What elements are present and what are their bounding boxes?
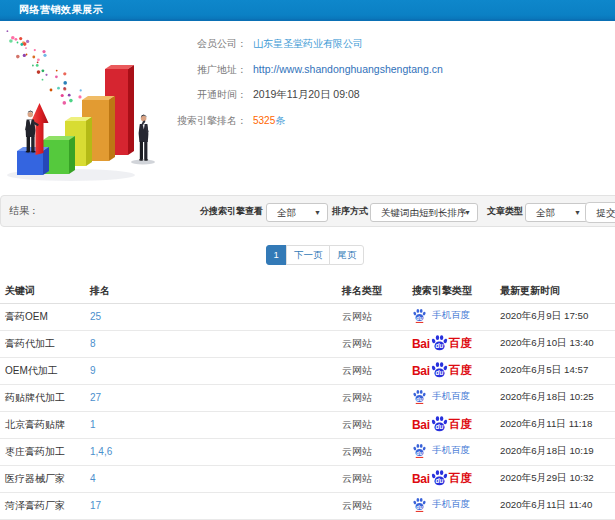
results-table: 关键词 排名 排名类型 搜索引擎类型 最新更新时间 膏药OEM 25 云网站 <box>0 277 615 520</box>
baidu-paw-icon: du <box>431 469 448 486</box>
engine-cell: du 手机百度 du <box>407 492 495 519</box>
chevron-down-icon: ▼ <box>314 204 321 221</box>
baidu-logo: Bai du 百度 <box>412 362 472 379</box>
rank-type-cell: 云网站 <box>337 411 407 438</box>
page-title: 网络营销效果展示 <box>19 0 103 19</box>
mobile-baidu-badge: du 手机百度 <box>412 389 470 404</box>
last-page-button[interactable]: 尾页 <box>329 245 364 265</box>
next-page-button[interactable]: 下一页 <box>286 245 331 265</box>
baidu-logo-bai: Bai <box>412 337 430 351</box>
article-type-select[interactable]: 全部 ▼ <box>525 203 588 222</box>
submit-button[interactable]: 提交 <box>585 202 615 223</box>
rank-link[interactable]: 17 <box>90 500 101 511</box>
mobile-baidu-icon: du <box>412 497 427 512</box>
rank-link[interactable]: 8 <box>90 338 96 349</box>
updated-cell: 2020年6月10日 13:40 <box>495 330 615 357</box>
col-rank-type: 排名类型 <box>337 277 407 303</box>
engine-label: 手机百度 <box>432 498 470 511</box>
baidu-logo: Bai du 百度 <box>412 416 472 433</box>
table-row: 北京膏药贴牌 1 云网站 du Bai <box>0 411 615 438</box>
updated-cell: 2020年6月9日 17:50 <box>495 303 615 330</box>
engine-filter-select[interactable]: 全部 ▼ <box>266 203 328 222</box>
keyword-cell: 北京膏药贴牌 <box>0 411 85 438</box>
col-updated: 最新更新时间 <box>495 277 615 303</box>
svg-text:du: du <box>416 504 423 510</box>
updated-cell: 2020年6月5日 14:57 <box>495 357 615 384</box>
keyword-cell: 药贴牌代加工 <box>0 384 85 411</box>
page: 网络营销效果展示 <box>0 0 615 520</box>
rank-link[interactable]: 9 <box>90 365 96 376</box>
table-row: 膏药代加工 8 云网站 du Bai <box>0 330 615 357</box>
rank-cell: 4 <box>85 465 337 492</box>
page-1-button[interactable]: 1 <box>266 245 287 265</box>
col-rank: 排名 <box>85 277 337 303</box>
svg-text:du: du <box>435 369 443 376</box>
titlebar: 网络营销效果展示 <box>0 0 615 21</box>
rank-link[interactable]: 1 <box>90 419 96 430</box>
engine-cell: du Bai du 百度 <box>407 330 495 357</box>
svg-text:du: du <box>416 396 423 402</box>
updated-cell: 2020年5月29日 10:32 <box>495 465 615 492</box>
svg-text:du: du <box>435 423 443 430</box>
engine-rank-value[interactable]: 5325条 <box>253 115 285 126</box>
baidu-logo-bai: Bai <box>412 418 430 432</box>
rank-cell: 1 <box>85 411 337 438</box>
table-row: OEM代加工 9 云网站 du Bai <box>0 357 615 384</box>
result-label: 结果： <box>9 196 39 226</box>
rank-cell: 9 <box>85 357 337 384</box>
chevron-down-icon: ▼ <box>574 204 581 221</box>
table-row: 膏药OEM 25 云网站 du 手机百度 <box>0 303 615 330</box>
engine-cell: du 手机百度 du <box>407 384 495 411</box>
table-row: 医疗器械厂家 4 云网站 du Bai <box>0 465 615 492</box>
pagination: 1下一页尾页 <box>0 245 615 265</box>
rank-type-cell: 云网站 <box>337 303 407 330</box>
mobile-baidu-icon: du <box>412 389 427 404</box>
rank-cell: 1,4,6 <box>85 438 337 465</box>
table-header-row: 关键词 排名 排名类型 搜索引擎类型 最新更新时间 <box>0 277 615 303</box>
promo-url-link[interactable]: http://www.shandonghuangshengtang.cn <box>253 63 443 75</box>
filter-bar: 结果： 分搜索引擎查看 全部 ▼ 排序方式 关键词由短到长排序 ▼ 文章类型 全… <box>0 195 615 227</box>
rank-link[interactable]: 4 <box>90 473 96 484</box>
updated-cell: 2020年6月11日 11:18 <box>495 411 615 438</box>
engine-cell: du Bai du 百度 <box>407 465 495 492</box>
svg-text:du: du <box>435 342 443 349</box>
sort-select[interactable]: 关键词由短到长排序 ▼ <box>370 203 478 222</box>
keyword-cell: OEM代加工 <box>0 357 85 384</box>
rank-type-cell: 云网站 <box>337 357 407 384</box>
open-time-value: 2019年11月20日 09:08 <box>253 88 360 100</box>
baidu-logo-cn: 百度 <box>449 363 472 378</box>
baidu-logo-bai: Bai <box>412 472 430 486</box>
table-row: 菏泽膏药厂家 17 云网站 du 手机百度 <box>0 492 615 519</box>
engine-cell: du 手机百度 du <box>407 438 495 465</box>
rank-link[interactable]: 1,4,6 <box>90 446 112 457</box>
updated-cell: 2020年6月18日 10:19 <box>495 438 615 465</box>
mobile-baidu-badge: du 手机百度 <box>412 308 470 323</box>
info-row-url: 推广地址：http://www.shandonghuangshengtang.c… <box>0 55 443 81</box>
rank-link[interactable]: 25 <box>90 311 101 322</box>
rank-cell: 27 <box>85 384 337 411</box>
company-link[interactable]: 山东皇圣堂药业有限公司 <box>253 38 363 49</box>
mobile-baidu-badge: du 手机百度 <box>412 497 470 512</box>
rank-type-cell: 云网站 <box>337 384 407 411</box>
engine-label: 手机百度 <box>432 309 470 322</box>
rank-link[interactable]: 27 <box>90 392 101 403</box>
baidu-logo-cn: 百度 <box>449 417 472 432</box>
col-keyword: 关键词 <box>0 277 85 303</box>
engine-label: 手机百度 <box>432 444 470 457</box>
keyword-cell: 菏泽膏药厂家 <box>0 492 85 519</box>
engine-filter-label: 分搜索引擎查看 <box>200 196 263 226</box>
open-time-label: 开通时间： <box>0 82 247 108</box>
info-row-company: 会员公司：山东皇圣堂药业有限公司 <box>0 29 443 55</box>
promo-url-label: 推广地址： <box>0 57 247 83</box>
rank-count: 5325 <box>253 115 275 126</box>
rank-cell: 17 <box>85 492 337 519</box>
engine-rank-label: 搜索引擎排名： <box>0 108 247 134</box>
baidu-logo: Bai du 百度 <box>412 470 472 487</box>
updated-cell: 2020年6月11日 11:40 <box>495 492 615 519</box>
updated-cell: 2020年6月18日 10:25 <box>495 384 615 411</box>
svg-text:du: du <box>435 477 443 484</box>
member-info: 会员公司：山东皇圣堂药业有限公司 推广地址：http://www.shandon… <box>0 29 443 132</box>
col-engine-type: 搜索引擎类型 <box>407 277 495 303</box>
chevron-down-icon: ▼ <box>464 204 471 221</box>
svg-text:du: du <box>416 315 423 321</box>
